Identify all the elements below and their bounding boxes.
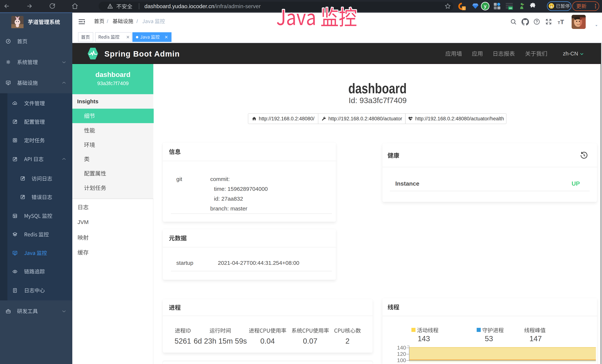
svg-text:y: y [484, 3, 486, 9]
svg-text:on: on [509, 7, 512, 10]
svg-text:1: 1 [463, 7, 465, 10]
